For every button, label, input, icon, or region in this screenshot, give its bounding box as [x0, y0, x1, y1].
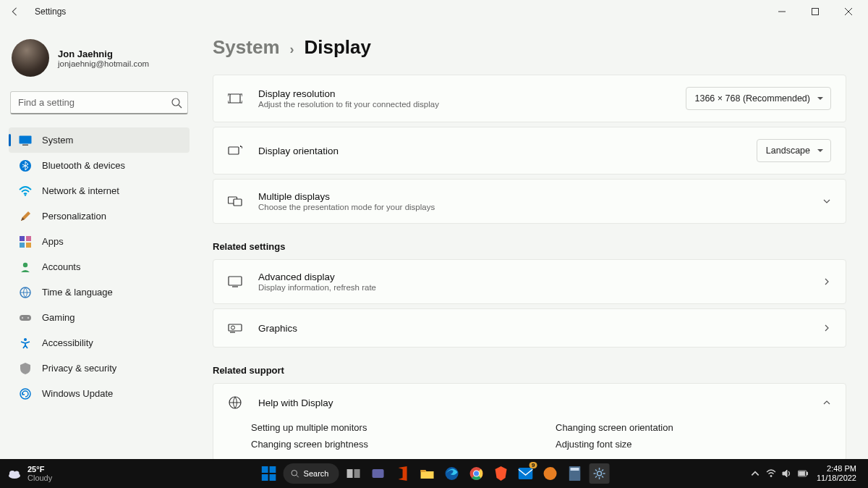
svg-point-19 — [24, 338, 27, 341]
nav-label: Apps — [42, 236, 64, 247]
taskbar-app-teams[interactable] — [367, 463, 388, 484]
sidebar-item-accounts[interactable]: Accounts — [9, 254, 190, 279]
svg-rect-35 — [270, 466, 276, 473]
multiple-displays-icon — [228, 194, 242, 209]
setting-title: Display orientation — [258, 146, 741, 156]
svg-rect-1 — [812, 9, 819, 15]
globe-clock-icon — [19, 286, 32, 299]
taskbar-app-brave[interactable] — [490, 463, 511, 484]
svg-rect-13 — [26, 243, 31, 248]
weather-desc: Cloudy — [27, 474, 52, 482]
setting-subtitle: Choose the presentation mode for your di… — [258, 203, 799, 211]
chevron-up-icon — [750, 468, 760, 479]
resolution-icon — [228, 91, 242, 106]
sidebar-item-personalization[interactable]: Personalization — [9, 203, 190, 229]
close-button[interactable] — [832, 0, 865, 23]
gear-icon — [592, 467, 605, 480]
svg-point-49 — [474, 471, 479, 476]
system-tray[interactable] — [750, 468, 808, 479]
svg-point-17 — [22, 316, 23, 318]
setting-graphics[interactable]: Graphics — [213, 308, 846, 348]
window-title: Settings — [35, 7, 66, 17]
apps-icon — [19, 235, 32, 248]
svg-rect-36 — [262, 474, 268, 481]
svg-rect-12 — [20, 243, 25, 248]
search-input[interactable] — [10, 91, 188, 114]
setting-title: Advanced display — [258, 272, 799, 282]
start-button[interactable] — [259, 463, 279, 484]
svg-rect-41 — [354, 469, 359, 478]
setting-advanced-display[interactable]: Advanced display Display information, re… — [213, 259, 846, 304]
taskbar-app-edge[interactable] — [441, 463, 461, 484]
sidebar-item-accessibility[interactable]: Accessibility — [9, 330, 190, 356]
help-link[interactable]: Changing screen orientation — [556, 422, 831, 433]
folder-icon — [420, 468, 434, 479]
profile-block[interactable]: Jon Jaehnig jonjaehnig@hotmail.com — [9, 35, 190, 91]
svg-point-28 — [231, 326, 235, 329]
help-link[interactable]: Setting up multiple monitors — [251, 422, 527, 433]
taskbar-app-explorer[interactable] — [417, 463, 437, 484]
weather-temp: 25°F — [27, 465, 52, 474]
svg-rect-40 — [346, 469, 352, 478]
orientation-dropdown[interactable]: Landscape — [757, 139, 831, 162]
svg-rect-21 — [230, 94, 240, 103]
nav-label: Bluetooth & devices — [42, 160, 125, 171]
resolution-dropdown[interactable]: 1366 × 768 (Recommended) — [686, 87, 831, 110]
nav-label: Gaming — [42, 312, 75, 323]
svg-rect-42 — [372, 469, 383, 478]
sidebar-item-gaming[interactable]: Gaming — [9, 305, 190, 330]
svg-rect-53 — [570, 468, 579, 471]
svg-point-4 — [172, 98, 179, 106]
svg-point-55 — [770, 476, 772, 477]
sidebar-item-windows-update[interactable]: Windows Update — [9, 381, 190, 406]
globe-help-icon — [228, 395, 242, 410]
taskbar-search-label: Search — [304, 469, 329, 478]
taskbar-app-calculator[interactable] — [564, 463, 584, 484]
nav-list: System Bluetooth & devices Network & int… — [9, 127, 190, 406]
taskbar-app-generic1[interactable] — [540, 463, 560, 484]
taskbar-app-mail[interactable]: 9 — [515, 463, 535, 484]
graphics-card-icon — [228, 321, 242, 335]
minimize-button[interactable] — [765, 0, 799, 23]
svg-rect-43 — [420, 470, 425, 472]
brave-icon — [494, 466, 507, 481]
volume-icon — [782, 468, 792, 479]
svg-rect-11 — [26, 236, 31, 241]
taskbar-app-settings[interactable] — [589, 463, 609, 484]
profile-name: Jon Jaehnig — [58, 49, 149, 59]
svg-rect-22 — [229, 147, 239, 154]
help-link[interactable]: Adjusting font size — [556, 439, 831, 450]
sidebar-item-time-language[interactable]: Time & language — [9, 279, 190, 305]
back-button[interactable] — [3, 0, 26, 23]
task-view-button[interactable] — [343, 463, 363, 484]
monitor-outline-icon — [228, 274, 242, 289]
sidebar-item-privacy[interactable]: Privacy & security — [9, 356, 190, 381]
nav-label: Network & internet — [42, 185, 119, 196]
taskbar-clock[interactable]: 2:48 PM 11/18/2022 — [817, 464, 856, 483]
search-icon — [171, 97, 182, 109]
help-link[interactable]: Changing screen brightness — [251, 439, 527, 450]
help-with-display[interactable]: Help with Display — [213, 383, 846, 422]
monitor-icon — [19, 134, 32, 147]
wifi-icon — [19, 185, 32, 198]
taskbar-weather[interactable]: 25°F Cloudy — [7, 465, 52, 482]
taskbar-app-office[interactable] — [392, 463, 412, 484]
breadcrumb-parent[interactable]: System — [213, 36, 280, 59]
sidebar-item-bluetooth[interactable]: Bluetooth & devices — [9, 153, 190, 178]
setting-multiple-displays[interactable]: Multiple displays Choose the presentatio… — [213, 179, 846, 224]
sidebar-item-system[interactable]: System — [9, 127, 190, 153]
maximize-button[interactable] — [799, 0, 832, 23]
wifi-icon — [766, 468, 776, 479]
sidebar: Jon Jaehnig jonjaehnig@hotmail.com Syste… — [0, 23, 195, 459]
setting-subtitle: Display information, refresh rate — [258, 283, 799, 292]
chevron-right-icon — [822, 324, 831, 332]
nav-label: Accounts — [42, 261, 80, 272]
taskbar-search[interactable]: Search — [284, 463, 339, 484]
battery-icon — [798, 468, 808, 479]
sidebar-item-apps[interactable]: Apps — [9, 229, 190, 254]
taskbar-app-chrome[interactable] — [466, 463, 486, 484]
setting-title: Multiple displays — [258, 191, 799, 202]
profile-email: jonjaehnig@hotmail.com — [58, 59, 149, 68]
chevron-down-icon — [822, 197, 831, 206]
sidebar-item-network[interactable]: Network & internet — [9, 178, 190, 203]
